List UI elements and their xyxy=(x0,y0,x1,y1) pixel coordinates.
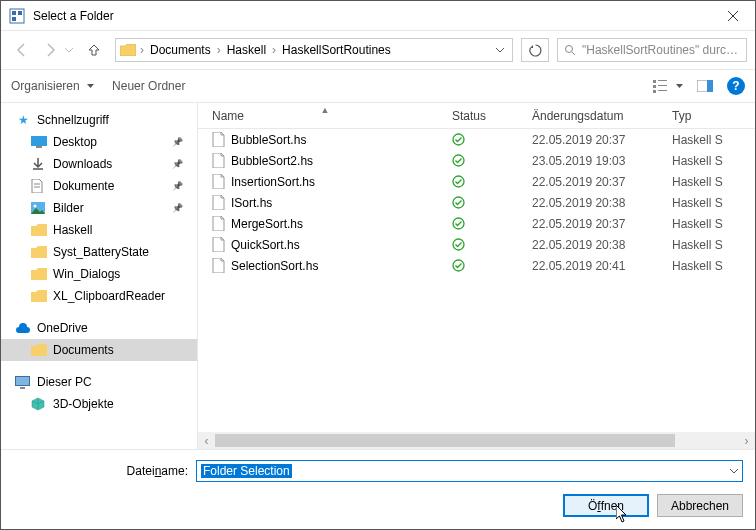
file-icon xyxy=(212,216,225,231)
tree-onedrive-documents[interactable]: Documents xyxy=(1,339,197,361)
folder-icon xyxy=(31,268,47,280)
tree-quick-access[interactable]: ★Schnellzugriff xyxy=(1,109,197,131)
file-date: 22.05.2019 20:38 xyxy=(532,196,672,210)
organize-menu[interactable]: Organisieren xyxy=(11,79,94,93)
file-row[interactable]: BubbleSort.hs22.05.2019 20:37Haskell S xyxy=(198,129,755,150)
close-button[interactable] xyxy=(710,1,755,31)
tree-syst-battery[interactable]: Syst_BatteryState xyxy=(1,241,197,263)
file-name: ISort.hs xyxy=(231,196,272,210)
scroll-thumb[interactable] xyxy=(215,434,675,447)
app-icon xyxy=(9,8,25,24)
column-name[interactable]: ▲Name xyxy=(198,109,452,123)
tree-this-pc[interactable]: Dieser PC xyxy=(1,371,197,393)
column-status[interactable]: Status xyxy=(452,109,532,123)
preview-pane-button[interactable] xyxy=(697,80,713,92)
svg-rect-2 xyxy=(18,11,22,15)
column-type[interactable]: Typ xyxy=(672,109,755,123)
help-button[interactable]: ? xyxy=(727,77,745,95)
svg-rect-10 xyxy=(653,85,656,88)
cloud-icon xyxy=(15,323,31,334)
file-icon xyxy=(212,153,225,168)
tree-desktop[interactable]: Desktop xyxy=(1,131,197,153)
file-row[interactable]: ISort.hs22.05.2019 20:38Haskell S xyxy=(198,192,755,213)
tree-documents[interactable]: Dokumente xyxy=(1,175,197,197)
file-row[interactable]: BubbleSort2.hs23.05.2019 19:03Haskell S xyxy=(198,150,755,171)
scroll-right-icon[interactable]: › xyxy=(738,432,755,449)
file-row[interactable]: SelectionSort.hs22.05.2019 20:41Haskell … xyxy=(198,255,755,276)
scroll-left-icon[interactable]: ‹ xyxy=(198,432,215,449)
file-date: 23.05.2019 19:03 xyxy=(532,154,672,168)
new-folder-button[interactable]: Neuer Ordner xyxy=(112,79,185,93)
column-date[interactable]: Änderungsdatum xyxy=(532,109,672,123)
file-name: BubbleSort.hs xyxy=(231,133,306,147)
file-icon xyxy=(212,174,225,189)
dialog-window: Select a Folder › Documents › Haskell › … xyxy=(0,0,756,530)
breadcrumb[interactable]: HaskellSortRoutines xyxy=(278,39,395,61)
synced-icon xyxy=(452,217,532,230)
breadcrumb[interactable]: Documents xyxy=(146,39,215,61)
svg-line-7 xyxy=(572,52,575,55)
svg-point-31 xyxy=(453,260,464,271)
file-type: Haskell S xyxy=(672,133,755,147)
file-date: 22.05.2019 20:37 xyxy=(532,175,672,189)
folder-icon xyxy=(118,44,138,56)
back-button[interactable] xyxy=(9,37,35,63)
file-name: SelectionSort.hs xyxy=(231,259,318,273)
star-icon: ★ xyxy=(15,113,31,127)
tree-3d-objects[interactable]: 3D-Objekte xyxy=(1,393,197,415)
file-icon xyxy=(212,237,225,252)
svg-rect-24 xyxy=(20,387,25,389)
cube-icon xyxy=(31,397,47,411)
file-type: Haskell S xyxy=(672,217,755,231)
file-row[interactable]: MergeSort.hs22.05.2019 20:37Haskell S xyxy=(198,213,755,234)
svg-rect-16 xyxy=(31,136,47,146)
titlebar: Select a Folder xyxy=(1,1,755,31)
cancel-button[interactable]: Abbrechen xyxy=(657,494,743,517)
view-menu[interactable] xyxy=(653,79,683,93)
refresh-button[interactable] xyxy=(521,38,549,62)
chevron-down-icon[interactable] xyxy=(730,467,738,475)
synced-icon xyxy=(452,196,532,209)
svg-rect-12 xyxy=(653,90,656,93)
horizontal-scrollbar[interactable]: ‹ › xyxy=(198,432,755,449)
toolbar: Organisieren Neuer Ordner ? xyxy=(1,69,755,103)
history-dropdown[interactable] xyxy=(65,46,79,54)
breadcrumb[interactable]: Haskell xyxy=(223,39,270,61)
up-button[interactable] xyxy=(81,37,107,63)
filename-value: Folder Selection xyxy=(201,464,292,478)
svg-rect-11 xyxy=(658,85,667,86)
search-icon xyxy=(564,44,576,56)
svg-point-21 xyxy=(34,205,37,208)
sort-asc-icon: ▲ xyxy=(321,105,330,115)
file-type: Haskell S xyxy=(672,196,755,210)
open-button[interactable]: Öffnen xyxy=(563,494,649,517)
tree-onedrive[interactable]: OneDrive xyxy=(1,317,197,339)
file-row[interactable]: QuickSort.hs22.05.2019 20:38Haskell S xyxy=(198,234,755,255)
tree-haskell[interactable]: Haskell xyxy=(1,219,197,241)
file-row[interactable]: InsertionSort.hs22.05.2019 20:37Haskell … xyxy=(198,171,755,192)
search-input[interactable]: "HaskellSortRoutines" durch... xyxy=(557,38,747,62)
tree-downloads[interactable]: Downloads xyxy=(1,153,197,175)
close-icon xyxy=(728,11,738,21)
synced-icon xyxy=(452,259,532,272)
tree-xl-clipboard[interactable]: XL_ClipboardReader xyxy=(1,285,197,307)
file-type: Haskell S xyxy=(672,154,755,168)
scroll-track[interactable] xyxy=(215,432,738,449)
tree-pictures[interactable]: Bilder xyxy=(1,197,197,219)
file-list[interactable]: BubbleSort.hs22.05.2019 20:37Haskell SBu… xyxy=(198,129,755,432)
address-dropdown[interactable] xyxy=(490,46,510,54)
folder-icon xyxy=(31,344,47,356)
forward-button[interactable] xyxy=(37,37,63,63)
search-placeholder: "HaskellSortRoutines" durch... xyxy=(582,43,740,57)
tree-win-dialogs[interactable]: Win_Dialogs xyxy=(1,263,197,285)
synced-icon xyxy=(452,175,532,188)
svg-rect-9 xyxy=(658,80,667,81)
filename-input[interactable]: Folder Selection xyxy=(196,460,743,482)
address-bar[interactable]: › Documents › Haskell › HaskellSortRouti… xyxy=(115,38,513,62)
chevron-right-icon: › xyxy=(270,43,278,57)
svg-point-28 xyxy=(453,197,464,208)
file-name: InsertionSort.hs xyxy=(231,175,315,189)
chevron-right-icon: › xyxy=(215,43,223,57)
file-name: QuickSort.hs xyxy=(231,238,300,252)
nav-tree[interactable]: ★Schnellzugriff Desktop Downloads Dokume… xyxy=(1,103,198,449)
